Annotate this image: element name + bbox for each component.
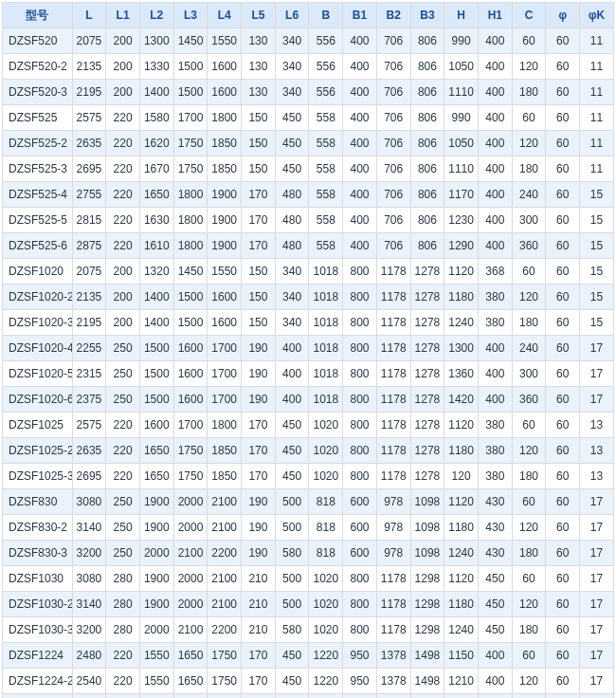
value-cell: 1500: [173, 80, 208, 105]
value-cell: 706: [376, 105, 410, 131]
value-cell: 1240: [444, 541, 479, 566]
table-row: DZSF1224-3260022016001700180017045012209…: [3, 694, 614, 699]
value-cell: 360: [512, 233, 546, 259]
value-cell: 280: [106, 566, 140, 592]
table-row: DZSF525-22635220162017501850150450558400…: [3, 131, 614, 156]
value-cell: 60: [546, 438, 580, 464]
value-cell: 60: [546, 387, 580, 413]
table-row: DZSF1020-6237525015001600170019040010188…: [3, 387, 614, 413]
value-cell: 13: [580, 413, 614, 438]
value-cell: 17: [580, 669, 614, 694]
value-cell: 800: [343, 259, 377, 285]
table-row: DZSF1020-3219520014001500160015034010188…: [3, 310, 614, 336]
model-cell: DZSF1020-5: [3, 361, 73, 387]
model-cell: DZSF1020-4: [3, 336, 73, 361]
value-cell: 400: [343, 233, 377, 259]
value-cell: 400: [478, 131, 512, 156]
value-cell: 60: [546, 233, 580, 259]
value-cell: 1020: [309, 413, 343, 438]
value-cell: 1170: [444, 182, 479, 208]
value-cell: 1700: [173, 105, 208, 131]
value-cell: 558: [309, 131, 343, 156]
value-cell: 1400: [139, 310, 173, 336]
value-cell: 60: [546, 208, 580, 233]
value-cell: 2200: [208, 617, 242, 643]
value-cell: 60: [546, 541, 580, 566]
model-cell: DZSF525-2: [3, 131, 73, 156]
value-cell: 800: [343, 361, 377, 387]
value-cell: 556: [309, 28, 343, 54]
value-cell: 558: [309, 208, 343, 233]
value-cell: 15: [580, 310, 614, 336]
column-header: φK: [580, 3, 614, 28]
value-cell: 806: [410, 208, 444, 233]
model-cell: DZSF525-3: [3, 156, 73, 182]
value-cell: 1750: [208, 643, 242, 669]
value-cell: 990: [444, 28, 479, 54]
value-cell: 1498: [410, 669, 444, 694]
value-cell: 2315: [72, 361, 106, 387]
value-cell: 60: [546, 259, 580, 285]
value-cell: 150: [242, 156, 276, 182]
value-cell: 1178: [376, 438, 410, 464]
value-cell: 2635: [72, 131, 106, 156]
value-cell: 60: [546, 643, 580, 669]
table-row: DZSF830-33200250200021002200190580818600…: [3, 541, 614, 566]
value-cell: 340: [275, 285, 309, 310]
value-cell: 120: [512, 285, 546, 310]
value-cell: 190: [242, 541, 276, 566]
value-cell: 220: [106, 156, 140, 182]
value-cell: 60: [546, 566, 580, 592]
value-cell: 130: [242, 54, 276, 80]
column-header: H1: [478, 3, 512, 28]
value-cell: 706: [376, 80, 410, 105]
value-cell: 400: [275, 387, 309, 413]
value-cell: 220: [106, 464, 140, 489]
value-cell: 450: [275, 131, 309, 156]
value-cell: 1230: [444, 208, 479, 233]
value-cell: 450: [275, 413, 309, 438]
model-cell: DZSF1020: [3, 259, 73, 285]
value-cell: 1750: [173, 438, 208, 464]
column-header: C: [512, 3, 546, 28]
value-cell: 2600: [72, 694, 106, 699]
value-cell: 180: [512, 310, 546, 336]
value-cell: 558: [309, 233, 343, 259]
value-cell: 450: [275, 669, 309, 694]
value-cell: 11: [580, 105, 614, 131]
value-cell: 1120: [444, 489, 479, 515]
value-cell: 1020: [309, 566, 343, 592]
value-cell: 2375: [72, 387, 106, 413]
value-cell: 250: [106, 387, 140, 413]
value-cell: 240: [512, 336, 546, 361]
value-cell: 1620: [139, 131, 173, 156]
value-cell: 1240: [444, 310, 479, 336]
value-cell: 706: [376, 156, 410, 182]
value-cell: 3140: [72, 592, 106, 617]
value-cell: 1278: [410, 438, 444, 464]
value-cell: 1278: [410, 259, 444, 285]
value-cell: 600: [343, 489, 377, 515]
value-cell: 17: [580, 489, 614, 515]
value-cell: 978: [376, 515, 410, 541]
value-cell: 1300: [444, 336, 479, 361]
value-cell: 130: [242, 80, 276, 105]
value-cell: 806: [410, 105, 444, 131]
model-cell: DZSF1025-3: [3, 464, 73, 489]
value-cell: 400: [343, 156, 377, 182]
value-cell: 1800: [173, 208, 208, 233]
value-cell: 800: [343, 464, 377, 489]
value-cell: 3200: [72, 617, 106, 643]
value-cell: 450: [275, 694, 309, 699]
value-cell: 450: [275, 643, 309, 669]
value-cell: 1110: [444, 80, 479, 105]
value-cell: 120: [512, 515, 546, 541]
value-cell: 380: [478, 285, 512, 310]
value-cell: 818: [309, 515, 343, 541]
value-cell: 580: [275, 617, 309, 643]
value-cell: 380: [478, 464, 512, 489]
value-cell: 450: [478, 617, 512, 643]
value-cell: 130: [242, 28, 276, 54]
value-cell: 1850: [208, 131, 242, 156]
value-cell: 60: [546, 28, 580, 54]
